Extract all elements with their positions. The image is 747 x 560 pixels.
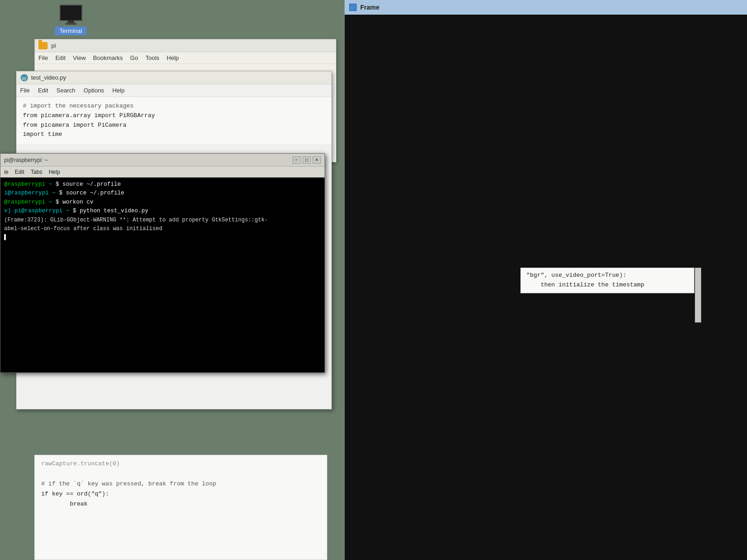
- filemanager-menu-bookmarks[interactable]: Bookmarks: [93, 54, 123, 61]
- bottom-code-line-0: rawCapture.truncate(0): [41, 459, 320, 469]
- code-line-4: import time: [23, 130, 325, 140]
- python-icon: py: [20, 74, 28, 82]
- editor-menu-file[interactable]: File: [20, 87, 30, 94]
- bottom-code-section: rawCapture.truncate(0) # if the `q` key …: [34, 455, 327, 560]
- terminal-titlebar: pi@raspberrypi: ~ − □ ×: [0, 154, 325, 167]
- right-code-line-1: "bgr", use_video_port=True):: [526, 271, 688, 280]
- terminal-window-controls[interactable]: − □ ×: [292, 156, 321, 164]
- code-line-2: from picamera.array import PiRGBArray: [23, 111, 325, 121]
- terminal-content[interactable]: @raspberrypi ~ $ source ~/.profile i@ras…: [0, 178, 325, 372]
- right-code-line-2: then initialize the timestamp: [526, 280, 688, 290]
- terminal-close-btn[interactable]: ×: [313, 156, 321, 164]
- filemanager-menu-view[interactable]: View: [73, 54, 86, 61]
- terminal-line-1: @raspberrypi ~ $ source ~/.profile: [4, 180, 321, 189]
- filemanager-menu-go[interactable]: Go: [130, 54, 138, 61]
- frame-titlebar: Frame: [345, 0, 747, 15]
- filemanager-menu-tools[interactable]: Tools: [146, 54, 159, 61]
- filemanager-menu-file[interactable]: File: [38, 54, 48, 61]
- terminal-line-2: i@raspberrypi ~ $ source ~/.profile: [4, 189, 321, 198]
- filemanager-menubar[interactable]: File Edit View Bookmarks Go Tools Help: [35, 52, 336, 64]
- bottom-code-line-1: [41, 469, 320, 479]
- code-line-1: # import the necessary packages: [23, 102, 325, 111]
- terminal-window: pi@raspberrypi: ~ − □ × ie Edit Tabs Hel…: [0, 153, 325, 373]
- filemanager-menu-edit[interactable]: Edit: [55, 54, 65, 61]
- right-code-panel: "bgr", use_video_port=True): then initia…: [520, 268, 694, 293]
- editor-menu-help[interactable]: Help: [112, 87, 124, 94]
- bottom-code-line-3: if key == ord("q"):: [41, 489, 320, 499]
- bottom-code-line-2: # if the `q` key was pressed, break from…: [41, 479, 320, 489]
- code-line-3: from picamera import PiCamera: [23, 121, 325, 130]
- editor-menu-edit[interactable]: Edit: [38, 87, 48, 94]
- taskbar-terminal[interactable]: Terminal: [55, 5, 87, 35]
- terminal-menu-help[interactable]: Help: [49, 169, 60, 175]
- terminal-line-4: v) pi@raspberrypi ~ $ python test_video.…: [4, 207, 321, 215]
- folder-icon: [38, 42, 48, 49]
- terminal-menubar[interactable]: ie Edit Tabs Help: [0, 167, 325, 178]
- terminal-menu-tabs[interactable]: Tabs: [31, 169, 42, 175]
- filemanager-menu-help[interactable]: Help: [167, 54, 179, 61]
- frame-title: Frame: [360, 4, 379, 11]
- editor-menu-options[interactable]: Options: [84, 87, 104, 94]
- terminal-menu-ie[interactable]: ie: [4, 169, 8, 175]
- terminal-cursor: ▌: [4, 233, 321, 242]
- filemanager-content: [35, 64, 336, 71]
- terminal-warning-1: (Frame:3723): GLib-GObject-WARNING **: A…: [4, 216, 321, 225]
- editor-content: # import the necessary packages from pic…: [16, 97, 331, 144]
- svg-text:py: py: [22, 76, 27, 81]
- taskbar-terminal-label: Terminal: [60, 27, 82, 34]
- filemanager-titlebar: pi: [35, 39, 336, 52]
- terminal-title: pi@raspberrypi: ~: [4, 157, 48, 163]
- frame-icon: [349, 4, 357, 11]
- terminal-maximize-btn[interactable]: □: [303, 156, 311, 164]
- editor-menu-search[interactable]: Search: [56, 87, 75, 94]
- terminal-minimize-btn[interactable]: −: [292, 156, 301, 164]
- right-panel-scrollbar[interactable]: [695, 268, 701, 323]
- editor-title: test_video.py: [31, 74, 66, 81]
- editor-titlebar: py test_video.py: [16, 71, 331, 84]
- desktop: Terminal Frame pi File Edit View Bookmar…: [0, 0, 747, 560]
- terminal-warning-2: abel-select-on-focus after class was ini…: [4, 225, 321, 233]
- terminal-line-3: @raspberrypi ~ $ workon cv: [4, 198, 321, 207]
- terminal-menu-edit[interactable]: Edit: [15, 169, 24, 175]
- editor-menubar[interactable]: File Edit Search Options Help: [16, 84, 331, 97]
- filemanager-title: pi: [51, 42, 56, 49]
- bottom-code-line-4: break: [41, 499, 320, 509]
- bottom-code-content: rawCapture.truncate(0) # if the `q` key …: [35, 455, 327, 513]
